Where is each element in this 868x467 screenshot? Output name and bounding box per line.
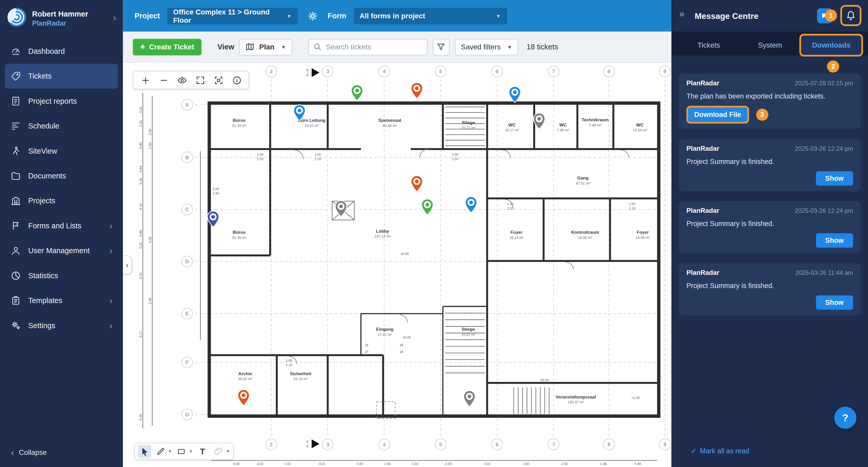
svg-text:Büros: Büros bbox=[233, 230, 245, 235]
svg-text:8: 8 bbox=[607, 442, 610, 447]
svg-text:197.12 m²: 197.12 m² bbox=[374, 234, 391, 238]
sidebar-item-documents[interactable]: Documents › bbox=[5, 164, 118, 188]
svg-text:16.24 m²: 16.24 m² bbox=[509, 236, 524, 240]
notification-timestamp: 2025-03-26 12:24 pm bbox=[795, 207, 853, 214]
ticket-pin-blue[interactable] bbox=[509, 86, 521, 103]
floor-plan[interactable]: 2233445566778899ABCDEFG 0.312.334.000.84… bbox=[123, 63, 672, 467]
svg-text:1.00: 1.00 bbox=[629, 202, 636, 206]
notification-action-button[interactable]: Show bbox=[816, 295, 853, 310]
attachment-tool-button[interactable] bbox=[212, 445, 225, 458]
room-label: WC7.90 m² bbox=[557, 122, 569, 132]
statistics-icon bbox=[10, 270, 21, 281]
users-icon bbox=[10, 245, 21, 256]
notification-message: The plan has been exported including tic… bbox=[686, 92, 853, 101]
pen-tool-button[interactable] bbox=[154, 445, 167, 458]
ticket-pin-red[interactable] bbox=[411, 83, 423, 98]
notification-timestamp: 2025-03-26 11:44 am bbox=[795, 269, 853, 276]
bell-icon[interactable] bbox=[845, 10, 857, 21]
svg-text:2.33: 2.33 bbox=[139, 120, 143, 127]
scan-export-button[interactable] bbox=[213, 75, 224, 85]
svg-text:4.48: 4.48 bbox=[634, 462, 641, 466]
svg-text:7.48 m²: 7.48 m² bbox=[589, 123, 601, 127]
ticket-pin-green[interactable] bbox=[351, 85, 363, 101]
shape-tool-button[interactable] bbox=[175, 445, 188, 458]
svg-text:2.00: 2.00 bbox=[213, 187, 219, 191]
sidebar-item-settings[interactable]: Settings › bbox=[5, 313, 118, 338]
sidebar-collapse-button[interactable]: ‹ Collapse bbox=[0, 438, 123, 467]
chevron-left-icon: ‹ bbox=[11, 447, 14, 457]
sidebar-item-statistics[interactable]: Statistics › bbox=[5, 263, 118, 288]
sidebar-item-templates[interactable]: Templates › bbox=[5, 288, 118, 313]
sidebar-item-dashboard[interactable]: Dashboard › bbox=[5, 39, 118, 64]
sidebar-item-projects[interactable]: Projects › bbox=[5, 188, 118, 213]
chevron-down-icon[interactable]: ▼ bbox=[226, 449, 230, 454]
visibility-eye-button[interactable] bbox=[177, 75, 187, 85]
ticket-pin-red[interactable] bbox=[238, 389, 250, 405]
chevron-down-icon[interactable]: ▼ bbox=[189, 449, 193, 454]
svg-text:15.54 m²: 15.54 m² bbox=[633, 128, 647, 132]
ticket-pin-gray[interactable] bbox=[464, 391, 475, 407]
svg-text:A - A: A - A bbox=[305, 69, 309, 76]
notification-sender: PlanRadar bbox=[686, 145, 719, 152]
tab-downloads[interactable]: Downloads bbox=[801, 35, 862, 55]
help-button[interactable]: ? bbox=[834, 407, 857, 429]
project-settings-gear-icon[interactable] bbox=[307, 10, 319, 22]
sidebar-item-siteview[interactable]: SiteView › bbox=[5, 139, 118, 164]
chevron-down-icon: ▼ bbox=[287, 13, 292, 18]
svg-text:±0.00: ±0.00 bbox=[403, 335, 411, 339]
notification-action-button[interactable]: Download File bbox=[688, 107, 747, 122]
saved-filters-selector[interactable]: Saved filters ▼ bbox=[455, 38, 518, 55]
fullscreen-button[interactable] bbox=[195, 75, 206, 85]
filter-button[interactable] bbox=[433, 38, 449, 55]
ticket-pin-gray[interactable] bbox=[335, 201, 347, 217]
svg-text:0.30: 0.30 bbox=[139, 414, 143, 420]
svg-text:1.00: 1.00 bbox=[314, 152, 321, 156]
create-ticket-button[interactable]: + Create Ticket bbox=[133, 38, 201, 55]
svg-text:4.00: 4.00 bbox=[148, 237, 152, 243]
room-label: Kontrollraum16.50 m² bbox=[571, 230, 599, 239]
ticket-pin-red[interactable] bbox=[411, 176, 423, 192]
svg-text:Kontrollraum: Kontrollraum bbox=[571, 230, 599, 235]
sidebar-item-tickets[interactable]: Tickets › bbox=[5, 64, 118, 88]
annotation-step-2: 2 bbox=[827, 60, 839, 72]
panel-collapse-icon[interactable]: » bbox=[679, 9, 684, 20]
sidebar-toggle-handle[interactable]: › bbox=[123, 256, 132, 274]
svg-text:2.10: 2.10 bbox=[286, 363, 292, 367]
search-input[interactable] bbox=[308, 38, 427, 55]
notification-action-button[interactable]: Show bbox=[816, 171, 853, 186]
sidebar-item-forms-and-lists[interactable]: Forms and Lists › bbox=[5, 213, 118, 238]
chevron-down-icon: ▼ bbox=[281, 44, 286, 49]
svg-text:2: 2 bbox=[270, 69, 273, 75]
project-selector[interactable]: Office Complex 11 > Ground Floor ▼ bbox=[167, 7, 298, 24]
plus-icon: + bbox=[140, 42, 145, 51]
chevron-down-icon[interactable]: ▼ bbox=[168, 449, 172, 454]
svg-text:±0.00: ±0.00 bbox=[400, 252, 409, 256]
tab-tickets[interactable]: Tickets bbox=[678, 35, 739, 55]
zoom-in-button[interactable] bbox=[140, 75, 151, 85]
tab-system[interactable]: System bbox=[739, 35, 801, 55]
select-tool-button[interactable] bbox=[138, 445, 151, 458]
sidebar-item-project-reports[interactable]: Project reports › bbox=[5, 89, 118, 114]
svg-text:Stiege: Stiege bbox=[462, 120, 475, 125]
templates-icon bbox=[10, 295, 21, 306]
info-button[interactable] bbox=[231, 75, 242, 85]
view-mode-selector[interactable]: Plan ▼ bbox=[239, 38, 292, 55]
svg-text:14.58 m²: 14.58 m² bbox=[636, 236, 650, 240]
ticket-pin-blue[interactable] bbox=[465, 197, 477, 213]
sidebar-item-schedule[interactable]: Schedule › bbox=[5, 114, 118, 138]
svg-text:5: 5 bbox=[439, 442, 442, 447]
svg-text:2: 2 bbox=[270, 442, 273, 447]
svg-text:2.02: 2.02 bbox=[561, 462, 568, 466]
text-tool-button[interactable]: T bbox=[196, 445, 209, 458]
svg-text:0.36: 0.36 bbox=[139, 178, 143, 184]
zoom-out-button[interactable] bbox=[158, 75, 169, 85]
room-label: Sicherheit23.10 m² bbox=[290, 371, 311, 381]
ticket-pin-green[interactable] bbox=[422, 199, 433, 215]
svg-text:1.01: 1.01 bbox=[412, 462, 418, 466]
sidebar-expand-icon[interactable]: › bbox=[113, 13, 116, 24]
notification-action-button[interactable]: Show bbox=[816, 233, 853, 247]
sidebar-item-user-management[interactable]: User Management › bbox=[5, 238, 118, 263]
dashboard-icon bbox=[10, 46, 21, 57]
mark-all-read-link[interactable]: ✓ Mark all as read bbox=[691, 446, 749, 455]
form-selector[interactable]: All forms in project ▼ bbox=[353, 7, 507, 24]
